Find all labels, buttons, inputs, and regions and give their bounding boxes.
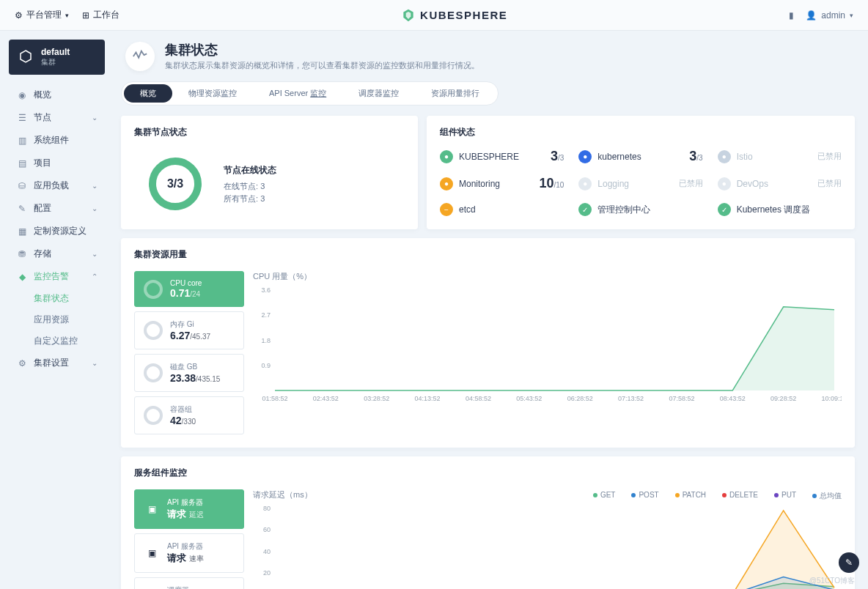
resource-metric-item[interactable]: CPU core0.71/24 <box>134 271 244 307</box>
tab[interactable]: 调度器监控 <box>342 84 415 103</box>
gear-icon: ⚙ <box>15 10 23 21</box>
online-nodes: 在线节点: 3 <box>224 181 276 192</box>
hexagon-icon <box>16 48 35 67</box>
component-item[interactable]: ●DevOps已禁用 <box>718 176 842 191</box>
sidebar-item-5[interactable]: ✎配置⌄ <box>12 197 102 220</box>
service-monitor-card: 服务组件监控 ▣API 服务器请求 延迟▣API 服务器请求 速率◎调度器调度 … <box>121 456 855 589</box>
component-icon: ✓ <box>578 203 592 216</box>
tab[interactable]: 物理资源监控 <box>172 84 253 103</box>
tab[interactable]: 概览 <box>124 84 172 103</box>
service-metric-item[interactable]: ▣API 服务器请求 速率 <box>134 533 244 573</box>
all-nodes: 所有节点: 3 <box>224 193 276 204</box>
kubesphere-icon <box>401 8 416 23</box>
component-item[interactable]: ✓Kubernetes 调度器 <box>718 203 842 216</box>
chart-title: 请求延迟（ms） <box>253 489 312 500</box>
sidebar-item-0[interactable]: ◉概览 <box>12 84 102 106</box>
nav-icon: ◆ <box>16 271 28 283</box>
cpu-usage-chart: 0.91.82.73.601:58:5202:43:5203:28:5204:1… <box>253 286 842 404</box>
watermark: @51CTO博客 <box>809 576 855 586</box>
component-icon: ● <box>440 177 453 190</box>
card-title: 服务组件监控 <box>134 467 842 479</box>
component-icon: ● <box>718 150 731 163</box>
component-icon: ✓ <box>718 203 731 216</box>
chevron-icon: ⌄ <box>92 359 98 367</box>
node-subtitle: 节点在线状态 <box>224 164 276 177</box>
sidebar-item-4[interactable]: ⛁应用负载⌄ <box>12 174 102 197</box>
svg-text:05:43:52: 05:43:52 <box>516 395 542 402</box>
tab[interactable]: 资源用量排行 <box>415 84 496 103</box>
sidebar: default 集群 ◉概览☰节点⌄▥系统组件▤项目⛁应用负载⌄✎配置⌄▦定制资… <box>0 31 114 589</box>
chevron-down-icon: ▾ <box>850 12 853 19</box>
book-icon[interactable]: ▮ <box>789 10 794 21</box>
user-menu[interactable]: 👤 admin ▾ <box>806 10 853 21</box>
svg-text:2.7: 2.7 <box>261 311 271 319</box>
svg-text:06:28:52: 06:28:52 <box>567 395 593 402</box>
chevron-down-icon: ▾ <box>65 12 69 19</box>
sidebar-item-8[interactable]: ◆监控告警⌃ <box>12 265 102 288</box>
component-item[interactable]: ●Istio已禁用 <box>718 149 842 164</box>
component-item[interactable]: ✓管理控制中心 <box>578 203 702 216</box>
component-item[interactable]: ●KUBESPHERE3/3 <box>440 149 564 164</box>
help-button[interactable]: ✎ <box>839 552 859 573</box>
component-item[interactable]: ●Logging已禁用 <box>578 176 702 191</box>
legend-item: GET <box>586 491 616 501</box>
nav-icon: ◉ <box>16 89 28 101</box>
platform-menu[interactable]: ⚙ 平台管理 ▾ <box>15 9 69 21</box>
grid-icon: ⊞ <box>82 10 89 21</box>
legend-item: POST <box>624 491 658 501</box>
svg-text:08:43:52: 08:43:52 <box>720 395 746 402</box>
chevron-icon: ⌄ <box>92 204 98 212</box>
sidebar-subitem[interactable]: 自定义监控 <box>32 330 102 352</box>
card-title: 集群资源用量 <box>134 248 842 261</box>
usage-ring-icon <box>144 280 163 299</box>
cluster-selector[interactable]: default 集群 <box>9 40 105 75</box>
service-metric-item[interactable]: ▣API 服务器请求 延迟 <box>134 489 244 529</box>
page-icon <box>125 42 155 71</box>
component-item[interactable]: ●Monitoring10/10 <box>440 176 564 191</box>
component-item[interactable]: −etcd <box>440 203 564 216</box>
sidebar-subitem[interactable]: 集群状态 <box>32 288 102 309</box>
svg-text:01:58:52: 01:58:52 <box>262 395 287 402</box>
latency-chart: 2040608001:58:5202:43:5203:28:5204:13:52… <box>253 505 842 589</box>
usage-ring-icon <box>144 363 163 382</box>
svg-text:02:43:52: 02:43:52 <box>313 395 339 402</box>
svg-text:07:58:52: 07:58:52 <box>669 395 694 402</box>
resource-metric-item[interactable]: 容器组42/330 <box>134 396 244 434</box>
sidebar-item-1[interactable]: ☰节点⌄ <box>12 106 102 129</box>
resource-metric-item[interactable]: 磁盘 GB23.38/435.15 <box>134 354 244 392</box>
usage-ring-icon <box>144 321 163 340</box>
component-icon: ● <box>440 150 453 163</box>
nav-icon: ▤ <box>16 158 28 169</box>
sidebar-item-7[interactable]: ⛃存储⌄ <box>12 242 102 265</box>
svg-text:09:28:52: 09:28:52 <box>770 395 796 402</box>
legend-item: PUT <box>767 491 796 501</box>
sidebar-subitem[interactable]: 应用资源 <box>32 309 102 330</box>
service-metric-item[interactable]: ◎调度器调度 次数 <box>134 577 244 589</box>
card-title: 集群节点状态 <box>134 126 405 138</box>
node-status-card: 集群节点状态 3/3 节点在线状态 在线节点: 3 所有节点: 3 <box>121 116 418 229</box>
service-icon: ▣ <box>144 545 160 561</box>
resource-metric-item[interactable]: 内存 Gi6.27/45.37 <box>134 311 244 349</box>
resource-usage-card: 集群资源用量 CPU core0.71/24内存 Gi6.27/45.37磁盘 … <box>121 238 855 448</box>
svg-text:04:13:52: 04:13:52 <box>415 395 441 402</box>
component-item[interactable]: ●kubernetes3/3 <box>578 149 702 164</box>
sidebar-item-2[interactable]: ▥系统组件 <box>12 129 102 152</box>
nav-icon: ▥ <box>16 135 28 147</box>
component-icon: − <box>440 203 453 216</box>
component-status-card: 组件状态 ●KUBESPHERE3/3●kubernetes3/3●Istio已… <box>427 116 855 229</box>
workbench-link[interactable]: ⊞ 工作台 <box>82 9 119 21</box>
chart-legend: GETPOSTPATCHDELETEPUT总均值 <box>586 491 842 501</box>
svg-text:3.6: 3.6 <box>261 286 271 294</box>
component-icon: ● <box>578 150 592 163</box>
page-title: 集群状态 <box>165 41 479 59</box>
sidebar-item-3[interactable]: ▤项目 <box>12 152 102 174</box>
component-icon: ● <box>578 177 592 190</box>
tab[interactable]: API Server 监控 <box>253 84 342 103</box>
sidebar-item-9[interactable]: ⚙集群设置⌄ <box>12 352 102 374</box>
brand-logo[interactable]: KUBESPHERE <box>401 8 507 23</box>
service-icon: ▣ <box>144 501 160 517</box>
sidebar-item-6[interactable]: ▦定制资源定义 <box>12 220 102 242</box>
svg-text:80: 80 <box>263 505 271 512</box>
user-icon: 👤 <box>806 10 817 21</box>
chevron-icon: ⌄ <box>92 114 98 122</box>
